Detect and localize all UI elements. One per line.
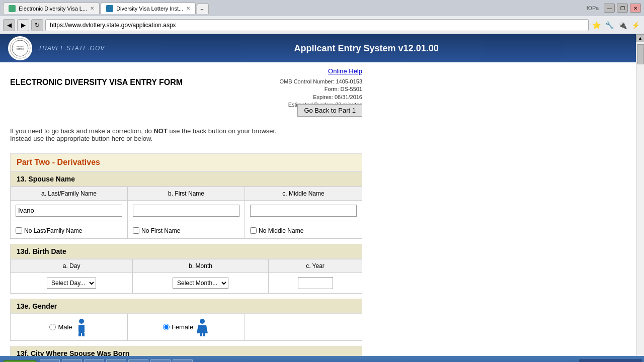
start-button[interactable]: ⊞ Start (2, 360, 38, 363)
part-two-header: Part Two - Derivatives (10, 153, 362, 171)
birth-date-table: a. Day b. Month c. Year Select Day...123… (10, 259, 362, 294)
restore-button[interactable]: ❐ (617, 4, 628, 13)
year-cell (269, 273, 362, 293)
section13f-header: 13f. City Where Spouse Was Born (10, 346, 362, 356)
last-name-input[interactable] (16, 205, 122, 217)
taskbar-app1-btn[interactable]: 📧 (106, 359, 126, 362)
section13e-header: 13e. Gender (10, 299, 362, 314)
omb-control: OMB Control Number: 1405-0153 (280, 78, 362, 85)
no-first-cell: No First Name (128, 221, 245, 238)
tab-close-2[interactable]: ✕ (186, 6, 190, 11)
col-last-header: a. Last/Family Name (11, 187, 128, 200)
female-person-icon (195, 318, 209, 336)
user-label: ЮРа (587, 5, 599, 11)
app-title: Applicant Entry System v12.01.00 (105, 43, 628, 54)
female-cell: Female (128, 314, 245, 340)
section13f-title: 13f. City Where Spouse Was Born (17, 349, 356, 356)
section13d-title: 13d. Birth Date (17, 247, 356, 255)
new-tab-button[interactable]: + (197, 4, 209, 14)
no-first-label: No First Name (133, 227, 239, 234)
no-first-checkbox[interactable] (133, 227, 139, 234)
minimize-button[interactable]: — (604, 4, 615, 13)
svg-point-8 (200, 319, 205, 324)
window-controls: ЮРа — ❐ ✕ (587, 4, 641, 13)
taskbar-folder-btn[interactable]: 📁 (62, 359, 82, 362)
forward-button[interactable]: ▶ (17, 19, 29, 31)
scrollbar-up-button[interactable]: ▲ (636, 34, 645, 42)
tab-favicon-2 (106, 5, 113, 12)
address-bar[interactable] (45, 19, 589, 31)
month-col-header: b. Month (133, 259, 269, 273)
toolbar-icons: ⭐ 🔧 🔌 ⚡ (591, 20, 641, 31)
extra-icon[interactable]: ⚡ (630, 20, 641, 31)
col-first-header: b. First Name (128, 187, 245, 200)
online-help-link[interactable]: Online Help (10, 67, 362, 75)
section13d-header: 13d. Birth Date (10, 244, 362, 259)
no-last-checkbox[interactable] (16, 227, 22, 234)
site-header: UNITED STATES TRAVEL.STATE.GOV Applicant… (0, 34, 636, 62)
omb-form: Form: DS-5501 (280, 85, 362, 93)
taskbar-app2-btn[interactable]: 💬 (128, 359, 148, 362)
first-name-input[interactable] (133, 205, 239, 217)
tab-close-1[interactable]: ✕ (90, 6, 94, 11)
no-middle-checkbox[interactable] (250, 227, 257, 234)
bookmarks-icon[interactable]: ⭐ (591, 20, 602, 31)
taskbar-browser-btn[interactable]: 🌐 (40, 359, 60, 362)
taskbar: ⊞ Start 🌐 📁 🎵 📧 💬 📦 🎯 EN 🔔 📶 🔋 13:40 (0, 356, 644, 362)
no-first-text: No First Name (141, 227, 180, 234)
form-title: ELECTRONIC DIVERSITY VISA ENTRY FORM (10, 78, 183, 87)
female-radio[interactable] (163, 324, 170, 330)
taskbar-app3-btn[interactable]: 📦 (150, 359, 171, 362)
year-input[interactable] (298, 277, 333, 289)
spouse-name-table: a. Last/Family Name b. First Name c. Mid… (10, 187, 362, 239)
tab-diversity-lottery[interactable]: Diversity Visa Lottery Inst... ✕ (101, 3, 196, 14)
middle-name-input[interactable] (250, 205, 357, 217)
no-last-label: No Last/Family Name (16, 227, 122, 234)
browser-titlebar: Electronic Diversity Visa L... ✕ Diversi… (0, 0, 644, 16)
tab-label-1: Electronic Diversity Visa L... (19, 6, 87, 12)
tools-icon[interactable]: 🔧 (604, 20, 615, 31)
svg-text:STATES: STATES (17, 48, 24, 50)
site-subtitle: TRAVEL.STATE.GOV (38, 45, 105, 52)
day-select[interactable]: Select Day...123456789101112131415161718… (47, 278, 96, 289)
month-select[interactable]: Select Month...JanuaryFebruaryMarchApril… (173, 278, 228, 289)
svg-rect-10 (200, 333, 202, 336)
tab-electronic-diversity[interactable]: Electronic Diversity Visa L... ✕ (3, 3, 100, 14)
taskbar-app4-btn[interactable]: 🎯 (173, 359, 193, 362)
no-middle-cell: No Middle Name (245, 221, 362, 238)
correction-row: If you need to go back and make a correc… (10, 119, 362, 147)
first-name-cell (128, 200, 245, 221)
browser-toolbar: ◀ ▶ ↻ ⭐ 🔧 🔌 ⚡ (0, 16, 644, 34)
male-radio[interactable] (49, 324, 56, 330)
svg-rect-6 (78, 333, 81, 336)
male-text: Male (58, 323, 72, 331)
back-button[interactable]: ◀ (3, 19, 15, 31)
taskbar-media-btn[interactable]: 🎵 (84, 359, 104, 362)
male-person-icon (74, 318, 89, 336)
part-two-title: Part Two - Derivatives (17, 158, 356, 167)
refresh-button[interactable]: ↻ (31, 19, 43, 31)
close-button[interactable]: ✕ (630, 4, 641, 13)
section13e-title: 13e. Gender (17, 302, 356, 310)
correction-notice: If you need to go back and make a correc… (10, 127, 282, 142)
extensions-icon[interactable]: 🔌 (617, 20, 628, 31)
year-col-header: c. Year (269, 259, 362, 273)
female-text: Female (172, 323, 193, 331)
last-name-cell (11, 200, 128, 221)
svg-marker-9 (197, 325, 208, 333)
male-cell: Male (11, 314, 128, 340)
page-scroll-area: UNITED STATES TRAVEL.STATE.GOV Applicant… (0, 34, 636, 356)
scrollbar-thumb[interactable] (637, 44, 644, 64)
col-middle-header: c. Middle Name (245, 187, 362, 200)
gender-table: Male (10, 314, 362, 341)
browser-tabs: Electronic Diversity Visa L... ✕ Diversi… (3, 3, 583, 14)
tab-favicon-1 (9, 5, 16, 12)
day-col-header: a. Day (11, 259, 133, 273)
male-radio-label: Male (16, 318, 122, 336)
day-cell: Select Day...123456789101112131415161718… (11, 273, 133, 293)
no-last-text: No Last/Family Name (24, 227, 82, 234)
female-radio-label: Female (133, 318, 239, 336)
go-back-part1-button[interactable]: Go Back to Part 1 (297, 104, 362, 117)
no-last-cell: No Last/Family Name (11, 221, 128, 238)
month-cell: Select Month...JanuaryFebruaryMarchApril… (133, 273, 269, 293)
